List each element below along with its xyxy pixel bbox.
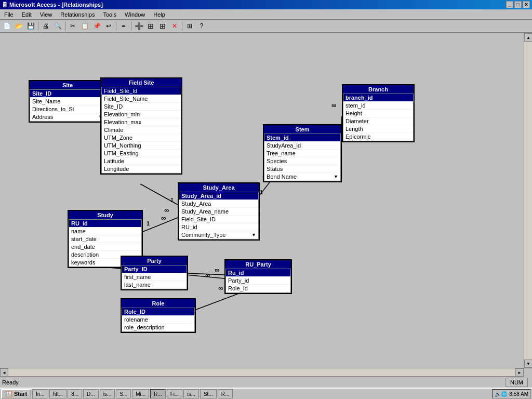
field-study-area-id: Study_Area_id [179, 192, 258, 200]
h-scroll-track[interactable] [8, 368, 515, 376]
field-field-site-name: Field_Site_Name [102, 95, 181, 103]
task-is2[interactable]: is... [183, 389, 199, 398]
menu-edit[interactable]: Edit [18, 10, 36, 19]
task-mi[interactable]: Mi... [132, 389, 149, 398]
menu-bar: File Edit View Relationships Tools Windo… [0, 9, 532, 20]
scroll-up-button[interactable]: ▲ [524, 33, 532, 42]
svg-text:∞: ∞ [215, 266, 219, 274]
field-bond-name: Bond Name▼ [264, 173, 340, 181]
taskbar: 🪟 Start In... htt... 8... D... is... S..… [0, 388, 532, 399]
field-ru-id: Ru_id [226, 269, 290, 277]
field-field-site-id: Field_Site_Id [102, 87, 181, 95]
delete-button[interactable]: ✕ [169, 20, 180, 32]
copy-button[interactable]: 📋 [79, 20, 90, 32]
scroll-left-button[interactable]: ◄ [0, 368, 8, 377]
svg-text:∞: ∞ [331, 101, 336, 109]
table-field-site[interactable]: Field Site Field_Site_Id Field_Site_Name… [100, 77, 182, 175]
maximize-button[interactable]: □ [514, 1, 522, 8]
task-fi[interactable]: Fi... [167, 389, 183, 398]
scroll-corner [524, 368, 532, 377]
clock: 8:58 AM [509, 391, 528, 397]
field-elev-min: Elevation_min [102, 111, 181, 118]
new-button[interactable]: 📄 [1, 20, 12, 32]
svg-text:∞: ∞ [205, 271, 210, 279]
save-button[interactable]: 💾 [25, 20, 36, 32]
table-site-body: Site_ID Site_Name Directions_to_Si Addre… [30, 89, 105, 122]
table-ru-party[interactable]: RU_Party Ru_id Party_id Role_Id [224, 259, 292, 294]
field-start-date: start_date [69, 235, 141, 243]
print-button[interactable]: 🖨 [40, 20, 51, 32]
field-first-name: first_name [122, 273, 187, 281]
table-branch-header: Branch [343, 85, 414, 94]
field-branch-id: branch_id [343, 94, 413, 102]
svg-text:1: 1 [260, 189, 263, 195]
menu-file[interactable]: File [0, 10, 18, 19]
undo-button[interactable]: ↩ [103, 20, 114, 32]
svg-text:∞: ∞ [161, 214, 166, 222]
task-r2[interactable]: R... [218, 389, 233, 398]
table-stem[interactable]: Stem Stem_id StudyArea_id Tree_name Spec… [263, 124, 342, 182]
menu-tools[interactable]: Tools [99, 10, 121, 19]
field-stem-id: stem_id [343, 102, 413, 110]
field-latitude: Latitude [102, 157, 181, 165]
field-study-area: Study_Area [179, 200, 258, 208]
field-name: name [69, 228, 141, 235]
task-8[interactable]: 8... [68, 389, 82, 398]
close-button[interactable]: ✕ [523, 1, 530, 8]
format-painter-button[interactable]: ✒ [118, 20, 129, 32]
field-party-id: Party_ID [122, 265, 187, 273]
task-d[interactable]: D... [83, 389, 99, 398]
open-button[interactable]: 📂 [13, 20, 24, 32]
svg-text:∞: ∞ [164, 206, 169, 214]
menu-help[interactable]: Help [149, 10, 169, 19]
start-icon: 🪟 [5, 391, 12, 397]
title-text: Microsoft Access - [Relationships] [9, 2, 506, 8]
show-all-button[interactable]: ⊞ [157, 20, 168, 32]
svg-line-18 [188, 273, 224, 275]
add-table-button[interactable]: ➕ [133, 20, 144, 32]
field-site-name: Site_Name [30, 98, 105, 105]
field-party-id: Party_id [226, 277, 290, 285]
vertical-scrollbar[interactable]: ▲ ▼ [524, 33, 532, 368]
start-button[interactable]: 🪟 Start [1, 389, 31, 399]
title-buttons: _ □ ✕ [506, 1, 530, 8]
minimize-button[interactable]: _ [506, 1, 513, 8]
menu-view[interactable]: View [36, 10, 57, 19]
table-ru-party-body: Ru_id Party_id Role_Id [225, 269, 291, 293]
show-relations-button[interactable]: ⊞ [184, 20, 195, 32]
table-site[interactable]: Site Site_ID Site_Name Directions_to_Si … [29, 80, 107, 123]
field-length: Length [343, 125, 413, 133]
table-role[interactable]: Role Role_ID rolename role_description [121, 298, 196, 333]
svg-text:∞: ∞ [218, 284, 223, 292]
field-role-id: Role_Id [226, 285, 290, 292]
start-label: Start [14, 391, 27, 397]
field-height: Height [343, 110, 413, 117]
task-st[interactable]: St... [200, 389, 217, 398]
table-branch-body: branch_id stem_id Height Diameter Length… [343, 94, 414, 141]
field-address: Address ▼ [30, 113, 105, 121]
task-htt[interactable]: htt... [49, 389, 66, 398]
menu-window[interactable]: Window [121, 10, 149, 19]
paste-button[interactable]: 📌 [91, 20, 102, 32]
table-branch[interactable]: Branch branch_id stem_id Height Diameter… [342, 84, 415, 142]
task-in[interactable]: In... [32, 389, 48, 398]
scroll-right-button[interactable]: ► [515, 368, 524, 377]
menu-relationships[interactable]: Relationships [56, 10, 99, 19]
task-is1[interactable]: is... [100, 389, 115, 398]
help-button[interactable]: ? [196, 20, 207, 32]
cut-button[interactable]: ✂ [67, 20, 78, 32]
task-s[interactable]: S... [116, 389, 131, 398]
preview-button[interactable]: 🔍 [52, 20, 63, 32]
show-table-button[interactable]: ⊞ [145, 20, 156, 32]
field-role-description: role_description [122, 324, 194, 331]
table-stem-body: Stem_id StudyArea_id Tree_name Species S… [264, 134, 341, 181]
task-r1[interactable]: R... [150, 389, 166, 398]
scroll-down-button[interactable]: ▼ [524, 360, 532, 368]
field-climate: Climate [102, 126, 181, 134]
scroll-track[interactable] [524, 42, 532, 360]
table-study-area[interactable]: Study_Area Study_Area_id Study_Area Stud… [178, 182, 260, 241]
field-field-site-id: Field_Site_ID [179, 216, 258, 223]
field-rolename: rolename [122, 316, 194, 324]
svg-text:1: 1 [147, 220, 150, 227]
table-party[interactable]: Party Party_ID first_name last_name [121, 256, 188, 290]
